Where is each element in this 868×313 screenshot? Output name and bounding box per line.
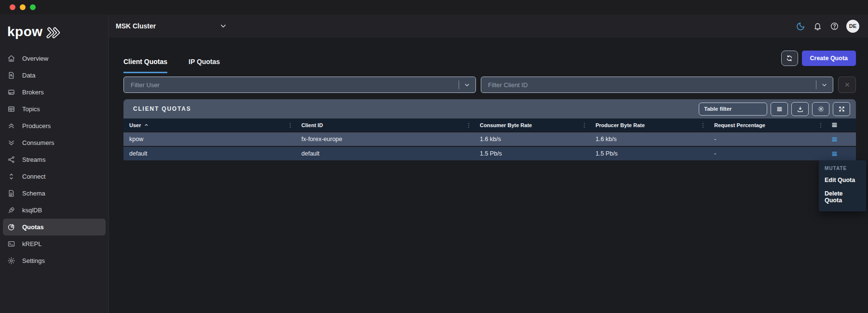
sidebar: kpow — [0, 14, 108, 313]
sidebar-item-consumers[interactable]: Consumers — [3, 134, 106, 151]
sidebar-item-settings[interactable]: Settings — [3, 252, 106, 269]
fullscreen-button[interactable] — [833, 102, 850, 116]
cluster-name: MSK Cluster — [116, 22, 156, 30]
chevron-down-icon — [219, 22, 228, 30]
cell-consumer-byte-rate: 1.6 kb/s — [474, 136, 590, 143]
topbar: MSK Cluster DE — [109, 14, 868, 38]
column-kebab-icon[interactable]: ⋮ — [818, 122, 824, 129]
column-kebab-icon[interactable]: ⋮ — [582, 122, 587, 129]
column-label: Client ID — [301, 122, 323, 128]
sidebar-item-producers[interactable]: Producers — [3, 117, 106, 134]
list-icon — [776, 105, 783, 113]
sidebar-item-streams[interactable]: Streams — [3, 151, 106, 168]
chevron-down-icon[interactable] — [463, 81, 471, 89]
column-header-consumer-byte-rate[interactable]: Consumer Byte Rate ⋮ — [474, 118, 590, 131]
help-icon[interactable] — [829, 21, 839, 31]
select-divider — [816, 80, 816, 89]
table-row[interactable]: kpow fx-forex-europe 1.6 kb/s 1.6 kb/s - — [123, 132, 856, 146]
context-menu-section-label: MUTATE — [819, 165, 866, 173]
gear-icon — [817, 105, 825, 113]
document-icon — [7, 189, 15, 197]
sidebar-item-overview[interactable]: Overview — [3, 50, 106, 67]
app-window: kpow — [0, 0, 868, 313]
sidebar-item-ksqldb[interactable]: ksqlDB — [3, 202, 106, 219]
share-icon — [7, 156, 15, 164]
filter-user-select[interactable] — [123, 77, 476, 93]
filter-client-id-input[interactable] — [483, 81, 816, 89]
column-label: Producer Byte Rate — [596, 122, 645, 128]
gear-icon — [7, 257, 15, 265]
column-kebab-icon[interactable]: ⋮ — [700, 122, 706, 129]
kpow-logo[interactable]: kpow — [7, 22, 108, 41]
filter-user-input[interactable] — [126, 81, 459, 89]
menu-icon — [831, 136, 838, 143]
row-actions-button[interactable] — [826, 150, 856, 157]
sidebar-item-quotas[interactable]: Quotas — [3, 219, 106, 235]
expand-icon — [838, 105, 845, 113]
sidebar-item-connect[interactable]: Connect — [3, 168, 106, 185]
refresh-icon — [786, 54, 793, 62]
sidebar-item-label: kREPL — [22, 240, 41, 248]
column-header-client-id[interactable]: Client ID ⋮ — [296, 118, 474, 131]
logo-text: kpow — [7, 24, 43, 39]
column-header-actions[interactable] — [826, 118, 856, 131]
zoom-window-button[interactable] — [30, 4, 36, 10]
avatar[interactable]: DE — [846, 20, 859, 33]
column-kebab-icon[interactable]: ⋮ — [287, 122, 293, 129]
download-icon — [797, 105, 804, 113]
table-icon — [7, 105, 15, 113]
dark-mode-toggle-moon-icon[interactable] — [796, 21, 805, 31]
sidebar-item-krepl[interactable]: kREPL — [3, 235, 106, 252]
notifications-bell-icon[interactable] — [813, 21, 822, 31]
column-header-producer-byte-rate[interactable]: Producer Byte Rate ⋮ — [590, 118, 708, 131]
cluster-selector[interactable]: MSK Cluster — [116, 22, 228, 30]
home-icon — [7, 54, 15, 63]
sidebar-item-topics[interactable]: Topics — [3, 101, 106, 117]
drive-icon — [7, 88, 15, 96]
sidebar-item-label: Quotas — [22, 223, 44, 231]
minimize-window-button[interactable] — [20, 4, 26, 10]
client-quotas-table: CLIENT QUOTAS — [123, 99, 856, 160]
table-title: CLIENT QUOTAS — [133, 105, 191, 112]
sidebar-item-label: ksqlDB — [22, 207, 42, 214]
create-quota-button[interactable]: Create Quota — [802, 51, 856, 66]
sidebar-item-schema[interactable]: Schema — [3, 185, 106, 202]
filter-client-id-select[interactable] — [481, 77, 833, 93]
sidebar-item-label: Brokers — [22, 89, 44, 96]
topbar-actions: DE — [796, 20, 859, 33]
tab-ip-quotas[interactable]: IP Quotas — [189, 58, 220, 73]
tab-client-quotas[interactable]: Client Quotas — [123, 58, 167, 73]
cell-user: kpow — [123, 136, 296, 143]
column-header-request-percentage[interactable]: Request Percentage ⋮ — [708, 118, 826, 131]
context-menu-item-delete-quota[interactable]: Delete Quota — [819, 187, 866, 207]
sidebar-item-label: Schema — [22, 190, 45, 197]
cell-consumer-byte-rate: 1.5 Pb/s — [474, 150, 590, 157]
sidebar-item-label: Streams — [22, 156, 45, 163]
table-column-headers: User ⋮ Client ID ⋮ Consu — [123, 118, 856, 131]
context-menu-item-edit-quota[interactable]: Edit Quota — [819, 173, 866, 187]
column-header-user[interactable]: User ⋮ — [123, 118, 296, 131]
table-settings-button[interactable] — [812, 102, 829, 116]
column-kebab-icon[interactable]: ⋮ — [466, 122, 472, 129]
sidebar-item-label: Connect — [22, 173, 45, 180]
sidebar-item-brokers[interactable]: Brokers — [3, 84, 106, 101]
column-label: User — [129, 122, 141, 128]
column-menu-button[interactable] — [771, 102, 788, 116]
clear-filters-button[interactable] — [838, 77, 856, 93]
chevron-down-icon[interactable] — [821, 81, 828, 89]
download-button[interactable] — [791, 102, 809, 116]
refresh-button[interactable] — [781, 51, 798, 66]
table-filter-input[interactable] — [699, 103, 767, 116]
menu-icon — [831, 121, 838, 129]
close-icon — [844, 81, 851, 88]
row-actions-button[interactable] — [826, 136, 856, 143]
content-area: Client Quotas IP Quotas Create Quota — [109, 38, 868, 313]
cell-client-id: fx-forex-europe — [296, 136, 474, 143]
sidebar-item-data[interactable]: Data — [3, 67, 106, 84]
titlebar — [0, 0, 868, 14]
table-row[interactable]: default default 1.5 Pb/s 1.5 Pb/s - — [123, 147, 856, 160]
sidebar-item-label: Data — [22, 72, 35, 79]
close-window-button[interactable] — [10, 4, 15, 10]
menu-icon — [831, 150, 838, 157]
cell-producer-byte-rate: 1.5 Pb/s — [590, 150, 708, 157]
